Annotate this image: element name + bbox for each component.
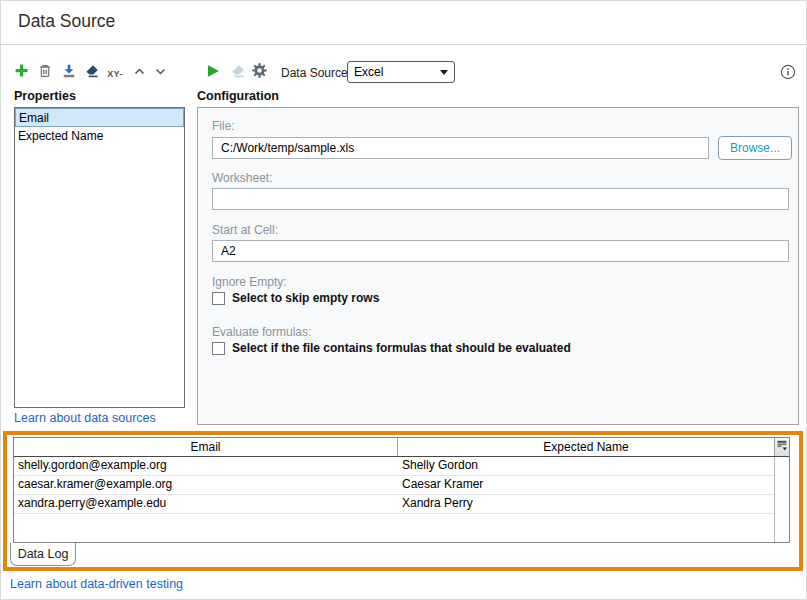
chevron-up-icon [133, 65, 146, 81]
cell-email: shelly.gordon@example.org [14, 457, 398, 475]
cell-expected-name: Xandra Perry [398, 495, 774, 513]
table-row[interactable]: shelly.gordon@example.org Shelly Gordon [14, 457, 774, 476]
property-item-email[interactable]: Email [15, 108, 184, 127]
clear-data-button[interactable] [82, 62, 102, 82]
gear-icon [251, 62, 268, 82]
worksheet-input[interactable] [212, 188, 789, 210]
vertical-scrollbar[interactable] [774, 457, 789, 542]
import-icon [61, 63, 77, 82]
worksheet-label: Worksheet: [212, 171, 272, 185]
ignore-empty-checkbox[interactable] [212, 292, 225, 305]
column-chooser-button[interactable] [774, 438, 789, 456]
start-cell-label: Start at Cell: [212, 223, 278, 237]
import-button[interactable] [59, 62, 79, 82]
cell-expected-name: Caesar Kramer [398, 476, 774, 494]
plus-icon [13, 62, 30, 82]
data-source-label: Data Source: [281, 66, 351, 80]
ignore-empty-option-label: Select to skip empty rows [232, 291, 379, 305]
trash-icon [37, 63, 53, 82]
dropdown-arrow-icon [440, 70, 448, 75]
learn-data-driven-testing-link[interactable]: Learn about data-driven testing [10, 577, 183, 591]
ignore-empty-label: Ignore Empty: [212, 275, 287, 289]
chevron-down-icon [154, 65, 167, 81]
evaluate-formulas-option-label: Select if the file contains formulas tha… [232, 341, 571, 355]
info-icon [780, 64, 796, 83]
file-label: File: [212, 119, 235, 133]
eraser-disabled-icon [230, 63, 246, 82]
data-source-dropdown[interactable]: Excel [347, 61, 455, 83]
file-input[interactable] [212, 137, 709, 159]
column-header-email[interactable]: Email [14, 438, 398, 456]
browse-button[interactable]: Browse... [718, 136, 792, 160]
title-bar [0, 0, 807, 45]
xy-columns-button[interactable]: XY- [104, 64, 126, 84]
evaluate-formulas-row: Select if the file contains formulas tha… [212, 341, 571, 355]
add-button[interactable] [11, 62, 31, 82]
move-down-button[interactable] [150, 63, 170, 83]
column-chooser-icon [777, 440, 787, 454]
properties-header: Properties [14, 89, 76, 103]
start-cell-input[interactable] [212, 240, 789, 262]
table-row[interactable]: caesar.kramer@example.org Caesar Kramer [14, 476, 774, 495]
move-up-button[interactable] [129, 63, 149, 83]
data-source-selected-value: Excel [354, 65, 440, 79]
eraser-icon [84, 63, 100, 82]
delete-button[interactable] [35, 62, 55, 82]
clear-data-disabled-button[interactable] [228, 62, 248, 82]
data-table-highlight-region: Email Expected Name shelly.gordon [3, 431, 803, 571]
cell-email: xandra.perry@example.edu [14, 495, 398, 513]
property-item-expected-name[interactable]: Expected Name [15, 127, 184, 146]
evaluate-formulas-label: Evaluate formulas: [212, 325, 311, 339]
run-button[interactable] [203, 62, 223, 82]
learn-data-sources-link[interactable]: Learn about data sources [14, 411, 156, 425]
data-source-window: Data Source XY- [0, 0, 807, 600]
ignore-empty-row: Select to skip empty rows [212, 291, 379, 305]
column-header-expected-name[interactable]: Expected Name [398, 438, 774, 456]
settings-button[interactable] [249, 62, 269, 82]
cell-email: caesar.kramer@example.org [14, 476, 398, 494]
data-table: Email Expected Name shelly.gordon [13, 437, 790, 543]
xy-columns-icon: XY- [107, 69, 122, 79]
play-icon [205, 63, 221, 82]
tab-data-log[interactable]: Data Log [10, 543, 76, 566]
table-header-row: Email Expected Name [14, 438, 789, 457]
table-row[interactable]: xandra.perry@example.edu Xandra Perry [14, 495, 774, 514]
properties-list: Email Expected Name [14, 107, 185, 408]
page-title: Data Source [18, 11, 115, 32]
cell-expected-name: Shelly Gordon [398, 457, 774, 475]
evaluate-formulas-checkbox[interactable] [212, 342, 225, 355]
info-button[interactable] [778, 63, 798, 83]
table-body: shelly.gordon@example.org Shelly Gordon … [14, 457, 774, 542]
configuration-header: Configuration [197, 89, 279, 103]
